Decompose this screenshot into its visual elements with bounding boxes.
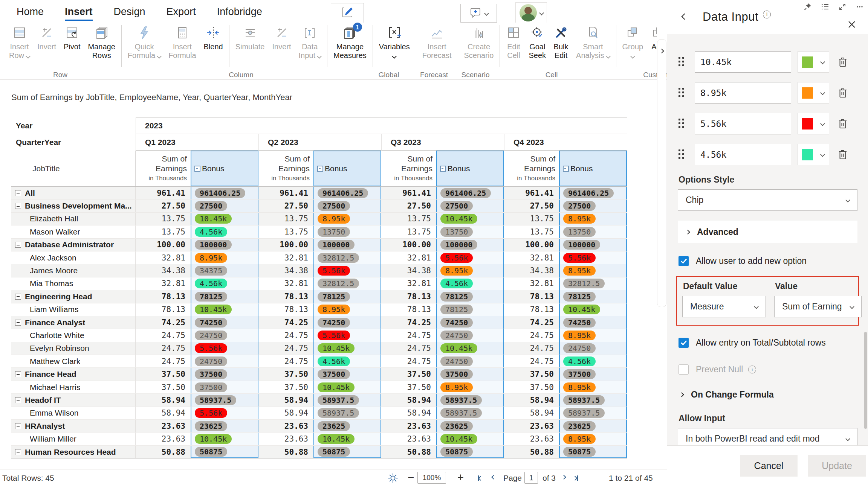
cancel-button[interactable]: Cancel (740, 455, 798, 477)
bonus-chip[interactable]: 13750 (563, 227, 596, 237)
bonus-chip[interactable]: 8.95k (318, 305, 350, 314)
bonus-chip[interactable]: 5.56k (195, 343, 227, 353)
bonus-chip[interactable]: 100000 (440, 240, 477, 250)
bonus-chip[interactable]: 8.95k (563, 214, 596, 224)
advanced-expander[interactable]: Advanced (678, 221, 857, 243)
manage-rows-button[interactable]: ManageRows (84, 23, 119, 60)
ribbon-overflow-button[interactable] (657, 39, 666, 307)
delete-option-icon[interactable] (837, 149, 848, 161)
insert-formula-button[interactable]: InsertFormula (165, 23, 200, 60)
bonus-chip[interactable]: 37500 (318, 369, 350, 379)
variables-button[interactable]: Variables (375, 23, 414, 60)
bonus-header-cell[interactable]: Bonus (559, 151, 627, 186)
insert-forecast-button[interactable]: InsertForecast (419, 23, 455, 60)
quarter-cell[interactable]: Q4 2023 (504, 134, 627, 151)
quick-formula-button[interactable]: QuickFormula (124, 23, 165, 60)
bonus-chip[interactable]: 27500 (440, 201, 473, 211)
bonus-chip[interactable]: 10.45k (318, 382, 355, 392)
bonus-chip[interactable]: 961406.25 (195, 188, 245, 198)
bonus-chip[interactable]: 23625 (195, 421, 227, 431)
bonus-chip[interactable]: 32812.5 (563, 279, 605, 288)
bonus-chip[interactable]: 74250 (318, 318, 350, 328)
bonus-chip[interactable]: 74250 (440, 318, 473, 328)
collapse-icon[interactable] (15, 203, 21, 209)
bonus-chip[interactable]: 10.45k (563, 305, 600, 314)
bonus-chip[interactable]: 4.56k (195, 227, 227, 237)
quarter-cell[interactable]: Q1 2023 (136, 134, 258, 151)
bonus-chip[interactable]: 23625 (318, 421, 350, 431)
quarter-cell[interactable]: Q3 2023 (381, 134, 504, 151)
next-page-button[interactable] (562, 475, 565, 479)
bonus-chip[interactable]: 8.95k (563, 266, 596, 276)
bonus-chip[interactable]: 37500 (440, 369, 473, 379)
user-avatar-button[interactable] (515, 2, 547, 23)
measure-header-cell[interactable]: Sum ofEarningsin Thousands (136, 151, 191, 186)
color-swatch-select[interactable] (798, 51, 829, 73)
prev-page-button[interactable] (492, 475, 495, 479)
bonus-chip[interactable]: 8.95k (563, 331, 596, 340)
bonus-chip[interactable]: 78125 (440, 292, 473, 302)
bonus-chip[interactable]: 78125 (563, 292, 596, 302)
collapse-icon[interactable] (15, 294, 21, 300)
bonus-header-cell[interactable]: Bonus (436, 151, 504, 186)
bonus-chip[interactable]: 58937.5 (563, 408, 605, 418)
collapse-icon[interactable] (15, 371, 21, 377)
collapse-icon[interactable] (15, 423, 21, 429)
bonus-chip[interactable]: 8.95k (440, 382, 473, 392)
bonus-chip[interactable]: 78125 (440, 305, 473, 314)
bonus-header-cell[interactable]: Bonus (191, 151, 258, 186)
bonus-chip[interactable]: 100000 (318, 240, 355, 250)
list-icon[interactable] (821, 3, 829, 12)
bonus-chip[interactable]: 27500 (563, 201, 596, 211)
manage-measures-button[interactable]: 1ManageMeasures (330, 23, 370, 60)
agg-button[interactable]: Agg (647, 23, 657, 51)
bonus-chip[interactable]: 10.45k (318, 434, 355, 444)
collapse-icon[interactable] (15, 397, 21, 403)
allow-input-select[interactable]: In both PowerBI read and edit mod (678, 428, 857, 446)
tab-home[interactable]: Home (17, 6, 44, 18)
edit-cell-button[interactable]: EditCell (502, 23, 525, 60)
goal-seek-button[interactable]: GoalSeek (525, 23, 550, 60)
option-value-input[interactable]: 4.56k (695, 144, 791, 165)
bonus-chip[interactable]: 4.56k (563, 357, 596, 366)
on-change-formula-expander[interactable]: On Change Formula (680, 390, 868, 400)
chevron-down-icon[interactable] (484, 11, 489, 16)
bonus-chip[interactable]: 10.45k (440, 434, 477, 444)
bonus-chip[interactable]: 37500 (563, 369, 596, 379)
measure-header-cell[interactable]: Sum ofEarningsin Thousands (504, 151, 559, 186)
create-scenario-button[interactable]: CreateScenario (460, 23, 498, 60)
bonus-chip[interactable]: 58937.5 (318, 408, 359, 418)
drag-handle-icon[interactable] (679, 119, 685, 129)
bonus-chip[interactable]: 961406.25 (318, 188, 368, 198)
bonus-chip[interactable]: 37500 (195, 369, 227, 379)
bonus-chip[interactable]: 24750 (440, 357, 473, 366)
bonus-chip[interactable]: 10.45k (195, 305, 232, 314)
zoom-in-button[interactable]: + (457, 471, 464, 484)
bonus-chip[interactable]: 13750 (440, 227, 473, 237)
bonus-chip[interactable]: 8.95k (563, 434, 596, 444)
back-icon[interactable] (682, 14, 687, 20)
bonus-chip[interactable]: 74250 (195, 318, 227, 328)
prevent-null-checkbox[interactable] (679, 364, 689, 375)
bonus-chip[interactable]: 37500 (195, 382, 227, 392)
bonus-chip[interactable]: 13750 (318, 227, 350, 237)
color-swatch-select[interactable] (798, 144, 829, 165)
bonus-chip[interactable]: 4.56k (195, 279, 227, 288)
pivot-button[interactable]: Pivot (60, 23, 84, 51)
option-value-input[interactable]: 10.45k (695, 51, 791, 73)
invert-button[interactable]: Invert (34, 23, 60, 51)
delete-option-icon[interactable] (837, 118, 848, 130)
value-select[interactable]: Sum of Earning (774, 296, 862, 317)
bonus-chip[interactable]: 58937.5 (318, 395, 359, 405)
bonus-chip[interactable]: 34375 (195, 266, 227, 276)
bonus-chip[interactable]: 78125 (195, 292, 227, 302)
pin-icon[interactable] (804, 3, 811, 12)
bonus-chip[interactable]: 58937.5 (440, 395, 482, 405)
bonus-chip[interactable]: 8.95k (195, 253, 227, 263)
drag-handle-icon[interactable] (679, 57, 685, 67)
bonus-chip[interactable]: 10.45k (440, 214, 477, 224)
color-swatch-select[interactable] (798, 113, 829, 134)
last-page-button[interactable] (573, 475, 578, 481)
zoom-level[interactable]: 100% (417, 472, 446, 484)
tab-design[interactable]: Design (114, 6, 145, 18)
